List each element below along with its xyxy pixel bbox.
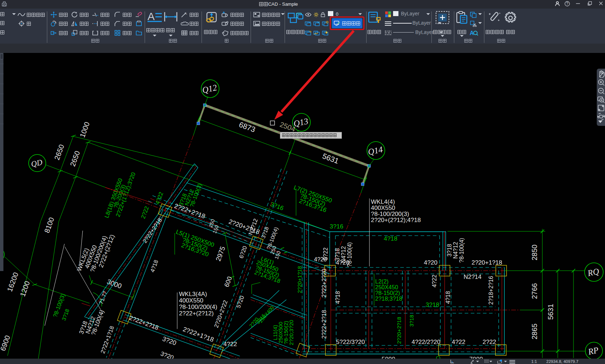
svg-text:2?22+2?18: 2?22+2?18 [321,310,327,339]
svg-text:3?18: 3?18 [408,315,415,326]
svg-text:3?18: 3?18 [260,226,270,239]
svg-text:4?18: 4?18 [149,259,159,273]
svg-text:?8-100(4): ?8-100(4) [347,242,353,267]
svg-text:2?18+2?16: 2?18+2?16 [488,276,494,305]
svg-text:8100: 8100 [43,216,55,234]
svg-text:?8-150(2): ?8-150(2) [375,290,400,296]
svg-text:5?20: 5?20 [235,295,245,309]
svg-text:2?22: 2?22 [483,339,496,345]
svg-text:6?20: 6?20 [238,245,248,259]
svg-text:4?18: 4?18 [445,291,451,304]
svg-text:5?22: 5?22 [323,247,329,260]
svg-text:1000: 1000 [78,121,91,138]
svg-text:2766: 2766 [531,283,538,299]
svg-text:2975: 2975 [214,245,227,262]
svg-text:4?22: 4?22 [431,275,437,287]
svg-text:2?20+2?18: 2?20+2?18 [396,317,402,344]
svg-text:2850: 2850 [531,245,538,261]
svg-text:2?22+(2?12): 2?22+(2?12) [179,310,214,317]
svg-text:3?18: 3?18 [334,248,340,261]
svg-text:?8-100/200(4): ?8-100/200(4) [179,304,217,310]
svg-text:RP: RP [587,345,599,357]
svg-text:Q12: Q12 [201,83,218,95]
svg-text:3?20: 3?20 [161,335,177,346]
svg-text:4?18: 4?18 [384,235,397,242]
svg-text:2?22+1?18: 2?22+1?18 [182,325,215,343]
svg-text:3?18: 3?18 [60,308,70,321]
svg-text:?: ? [566,2,568,6]
svg-text:2?18;3?18: 2?18;3?18 [375,296,402,302]
svg-text:4?22/2?20: 4?22/2?20 [412,339,440,345]
svg-text:2?20+1?18: 2?20+1?18 [296,266,302,293]
svg-text:2865: 2865 [531,324,538,340]
svg-text:5631: 5631 [547,304,555,320]
svg-text:4?22: 4?22 [452,339,465,345]
svg-text:3?18: 3?18 [446,244,452,257]
svg-text:4?18: 4?18 [335,291,341,304]
svg-text:2?20;3?20: 2?20;3?20 [288,320,294,345]
svg-text:N4?12: N4?12 [452,242,459,259]
svg-text:A: A [147,11,155,22]
svg-text:2?22: 2?22 [140,205,150,219]
svg-text:2?22+2?18: 2?22+2?18 [141,217,163,244]
svg-text:WKL3(4A): WKL3(4A) [179,291,207,297]
svg-text:?8-100(4): ?8-100(4) [459,238,465,262]
svg-text:N2?14: N2?14 [464,274,481,280]
svg-text:5?22/3?20: 5?22/3?20 [336,339,365,345]
svg-text:N4?12: N4?12 [340,246,347,263]
svg-text:3?18: 3?18 [426,301,439,308]
svg-text:Q14: Q14 [367,144,383,157]
svg-text:2?20+(2?12);4?18: 2?20+(2?12);4?18 [371,217,421,223]
svg-text:2?22+2?20: 2?22+2?20 [321,269,327,298]
svg-text:2650: 2650 [53,143,66,161]
svg-text:71.77: 71.77 [98,290,108,305]
svg-text:QD: QD [30,158,43,169]
svg-text:250X450: 250X450 [375,284,398,290]
svg-text:A: A [185,12,187,15]
svg-text:4?22: 4?22 [154,191,164,205]
svg-text:2650: 2650 [68,150,81,167]
svg-text:5000: 5000 [382,356,395,359]
svg-text:600: 600 [223,275,233,288]
svg-text:6900: 6900 [0,334,11,352]
svg-text:L2(2): L2(2) [375,279,388,285]
svg-text:400X550: 400X550 [179,297,203,304]
svg-text:3?20: 3?20 [160,350,175,359]
svg-text:4?22: 4?22 [223,341,237,348]
svg-text:RQ: RQ [586,266,600,278]
svg-text:7000: 7000 [469,356,483,359]
svg-text:2?20+1?18: 2?20+1?18 [471,259,502,266]
svg-text:2?22+2?18: 2?22+2?18 [128,314,159,331]
svg-text:1200: 1200 [18,280,31,297]
svg-text:16200: 16200 [6,271,20,293]
svg-text:4?20: 4?20 [424,259,437,266]
svg-text:3?16: 3?16 [330,223,343,230]
